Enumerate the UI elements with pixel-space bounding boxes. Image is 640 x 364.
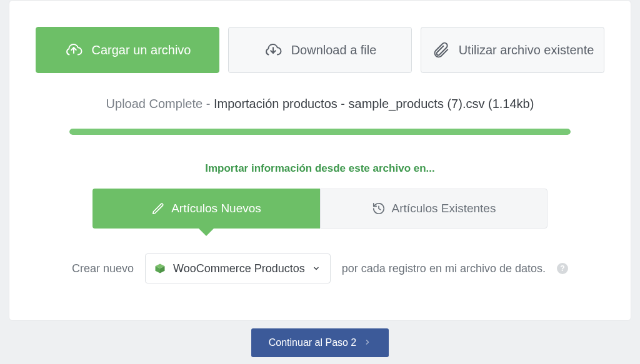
import-mode-toggle: Artículos Nuevos Artículos Existentes [9, 189, 631, 229]
history-icon [372, 202, 386, 215]
post-type-select-value: WooCommerce Productos [173, 262, 305, 275]
continue-button[interactable]: Continuar al Paso 2 [251, 328, 389, 357]
cloud-download-icon [264, 41, 282, 59]
import-target-title: Importar información desde este archivo … [9, 162, 631, 175]
chevron-right-icon [364, 337, 371, 348]
tab-existing-label: Utilizar archivo existente [459, 43, 594, 57]
pencil-icon [151, 202, 165, 215]
import-wizard-card: Cargar un archivo Download a file Utiliz… [9, 0, 631, 321]
upload-status-filename: Importación productos - sample_products … [214, 97, 485, 111]
upload-progress [69, 129, 571, 135]
upload-status-size: (1.14kb) [488, 97, 534, 111]
tab-upload-file[interactable]: Cargar un archivo [36, 27, 219, 73]
create-new-sentence: Crear nuevo WooCommerce Productos por ca… [9, 253, 631, 283]
tab-upload-label: Cargar un archivo [92, 43, 191, 57]
create-new-after: por cada registro en mi archivo de datos… [342, 262, 546, 275]
import-mode-existing-label: Artículos Existentes [392, 202, 496, 215]
import-mode-existing[interactable]: Artículos Existentes [320, 189, 548, 229]
tab-download-label: Download a file [291, 43, 377, 57]
upload-status-text: Upload Complete - Importación productos … [9, 97, 631, 111]
caret-down-icon [312, 262, 320, 275]
import-mode-new-label: Artículos Nuevos [171, 202, 261, 215]
cloud-upload-icon [64, 41, 83, 59]
upload-progress-bar [69, 129, 571, 135]
upload-status-prefix: Upload Complete [106, 97, 203, 111]
create-new-before: Crear nuevo [72, 262, 134, 275]
continue-button-label: Continuar al Paso 2 [269, 337, 357, 348]
wizard-footer: Continuar al Paso 2 [0, 321, 640, 364]
help-icon[interactable]: ? [557, 263, 568, 274]
tab-download-file[interactable]: Download a file [228, 27, 412, 73]
woocommerce-cube-icon [154, 263, 166, 274]
post-type-select[interactable]: WooCommerce Productos [145, 253, 331, 283]
source-tabs: Cargar un archivo Download a file Utiliz… [9, 1, 631, 73]
import-mode-new[interactable]: Artículos Nuevos [92, 189, 320, 229]
tab-existing-file[interactable]: Utilizar archivo existente [421, 27, 604, 73]
attachment-icon [431, 41, 450, 59]
